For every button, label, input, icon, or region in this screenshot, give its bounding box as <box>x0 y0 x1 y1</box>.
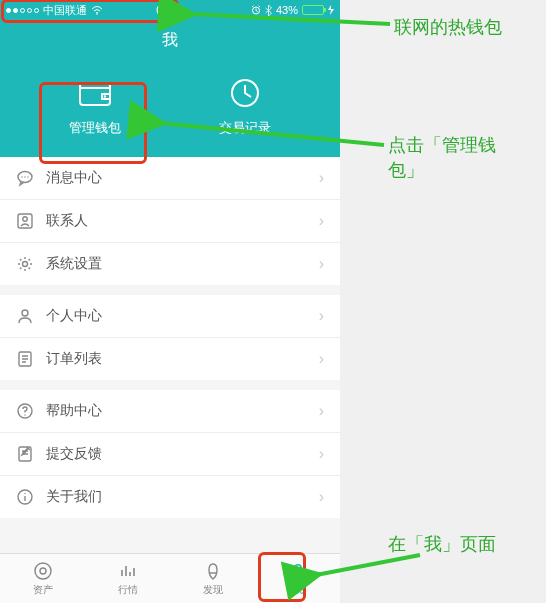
item-label: 提交反馈 <box>46 445 307 463</box>
user-icon <box>16 307 34 325</box>
market-icon <box>118 561 138 581</box>
wallet-icon <box>77 75 113 111</box>
about-icon <box>16 488 34 506</box>
svg-point-10 <box>23 217 27 221</box>
list-item-profile[interactable]: 个人中心 › <box>0 295 340 338</box>
annotation-me-page: 在「我」页面 <box>388 532 496 557</box>
help-icon <box>16 402 34 420</box>
annotation-click-wallet: 点击「管理钱包」 <box>388 133 528 183</box>
tab-label: 发现 <box>203 583 223 597</box>
svg-point-11 <box>23 262 28 267</box>
me-icon <box>288 561 308 581</box>
page-title: 我 <box>0 28 340 51</box>
list-item-about[interactable]: 关于我们 › <box>0 476 340 518</box>
discover-icon <box>203 561 223 581</box>
assets-icon <box>33 561 53 581</box>
tab-label: 我 <box>293 583 303 597</box>
tab-assets[interactable]: 资产 <box>0 554 85 603</box>
svg-point-19 <box>35 563 51 579</box>
svg-point-18 <box>24 493 25 494</box>
phone-frame: 中国联通 00:23 43% 我 管理钱包 交易记录 <box>0 0 340 603</box>
orders-icon <box>16 350 34 368</box>
content-area: 消息中心 › 联系人 › 系统设置 › 个人中心 › 订单列表 <box>0 157 340 553</box>
charging-icon <box>328 5 334 15</box>
battery-pct-label: 43% <box>276 4 298 16</box>
item-label: 个人中心 <box>46 307 307 325</box>
item-label: 订单列表 <box>46 350 307 368</box>
manage-wallet-button[interactable]: 管理钱包 <box>69 75 121 137</box>
section-2: 个人中心 › 订单列表 › <box>0 295 340 380</box>
transaction-history-button[interactable]: 交易记录 <box>219 75 271 137</box>
chevron-right-icon: › <box>319 212 324 230</box>
list-item-orders[interactable]: 订单列表 › <box>0 338 340 380</box>
chevron-right-icon: › <box>319 169 324 187</box>
chevron-right-icon: › <box>319 255 324 273</box>
page-header: 我 管理钱包 交易记录 <box>0 20 340 157</box>
status-bar: 中国联通 00:23 43% <box>0 0 340 20</box>
feedback-icon <box>16 445 34 463</box>
svg-point-15 <box>24 414 25 415</box>
signal-dots <box>6 8 39 13</box>
annotation-hotwallet: 联网的热钱包 <box>394 15 502 40</box>
list-item-contacts[interactable]: 联系人 › <box>0 200 340 243</box>
bluetooth-icon <box>265 5 272 16</box>
chevron-right-icon: › <box>319 350 324 368</box>
svg-point-21 <box>294 564 300 570</box>
svg-point-12 <box>22 310 28 316</box>
tab-bar: 资产 行情 发现 我 <box>0 553 340 603</box>
item-label: 关于我们 <box>46 488 307 506</box>
wifi-icon <box>91 5 103 15</box>
carrier-label: 中国联通 <box>43 3 87 18</box>
message-icon <box>16 169 34 187</box>
battery-icon <box>302 5 324 15</box>
tab-market[interactable]: 行情 <box>85 554 170 603</box>
contacts-icon <box>16 212 34 230</box>
item-label: 系统设置 <box>46 255 307 273</box>
tab-discover[interactable]: 发现 <box>170 554 255 603</box>
settings-icon <box>16 255 34 273</box>
history-label: 交易记录 <box>219 119 271 137</box>
svg-point-7 <box>24 176 25 177</box>
alarm-icon <box>251 5 261 15</box>
svg-point-8 <box>27 176 28 177</box>
chevron-right-icon: › <box>319 445 324 463</box>
list-item-help[interactable]: 帮助中心 › <box>0 390 340 433</box>
tab-me[interactable]: 我 <box>255 554 340 603</box>
chevron-right-icon: › <box>319 402 324 420</box>
list-item-messages[interactable]: 消息中心 › <box>0 157 340 200</box>
history-icon <box>227 75 263 111</box>
svg-point-3 <box>104 95 106 97</box>
chevron-right-icon: › <box>319 307 324 325</box>
item-label: 联系人 <box>46 212 307 230</box>
item-label: 消息中心 <box>46 169 307 187</box>
svg-point-20 <box>40 568 46 574</box>
list-item-feedback[interactable]: 提交反馈 › <box>0 433 340 476</box>
item-label: 帮助中心 <box>46 402 307 420</box>
wallet-label: 管理钱包 <box>69 119 121 137</box>
list-item-settings[interactable]: 系统设置 › <box>0 243 340 285</box>
tab-label: 资产 <box>33 583 53 597</box>
section-1: 消息中心 › 联系人 › 系统设置 › <box>0 157 340 285</box>
svg-point-0 <box>96 13 98 15</box>
tab-label: 行情 <box>118 583 138 597</box>
chevron-right-icon: › <box>319 488 324 506</box>
svg-point-6 <box>21 176 22 177</box>
section-3: 帮助中心 › 提交反馈 › 关于我们 › <box>0 390 340 518</box>
